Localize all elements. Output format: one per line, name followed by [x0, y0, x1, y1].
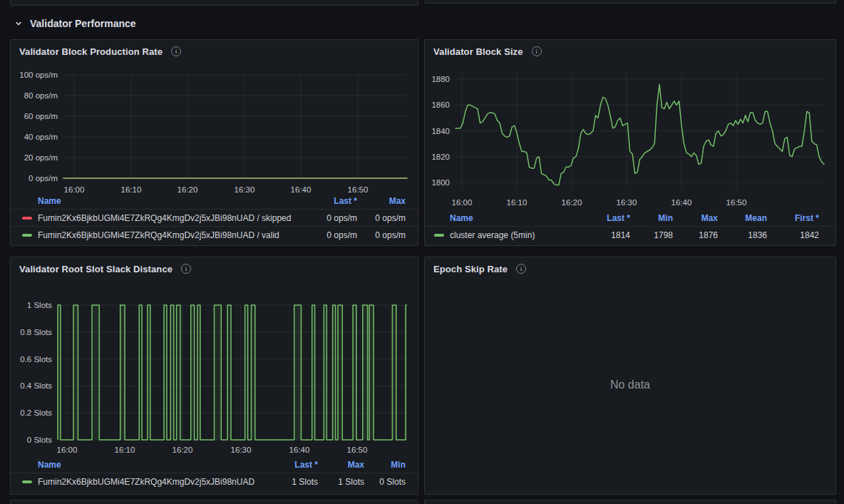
series-min: 1798: [630, 230, 673, 240]
svg-text:40 ops/m: 40 ops/m: [24, 133, 58, 141]
legend-header-name[interactable]: Name: [22, 460, 272, 470]
legend-header-min[interactable]: Min: [630, 213, 673, 223]
legend-header-last[interactable]: Last *: [272, 460, 318, 470]
series-max: 1876: [673, 230, 718, 240]
panel-block-size: Validator Block Size i 18801860184018201…: [424, 39, 836, 246]
svg-text:16:30: 16:30: [617, 198, 637, 207]
panel-title: Epoch Skip Rate: [433, 264, 508, 274]
legend-header-name[interactable]: Name: [22, 196, 309, 206]
legend-header-last[interactable]: Last *: [309, 196, 357, 206]
svg-text:16:50: 16:50: [347, 446, 368, 454]
svg-text:100 ops/m: 100 ops/m: [19, 71, 58, 79]
legend-header-name[interactable]: Name: [434, 213, 587, 223]
panel-title: Validator Root Slot Slack Distance: [19, 264, 173, 274]
partial-panel-bottom-right: [424, 500, 836, 504]
svg-text:16:20: 16:20: [562, 198, 582, 207]
block-size-chart[interactable]: 1880186018401820180016:0016:1016:2016:30…: [425, 40, 837, 212]
series-last: 0 ops/m: [309, 213, 357, 223]
svg-text:0.8 Slots: 0.8 Slots: [20, 328, 52, 336]
svg-text:16:20: 16:20: [173, 446, 193, 454]
svg-text:1880: 1880: [431, 75, 450, 83]
partial-panel-bottom-left: [10, 500, 418, 504]
series-last: 0 ops/m: [309, 230, 357, 240]
partial-panel-top-right: [424, 0, 836, 4]
legend-header-max[interactable]: Max: [357, 196, 406, 206]
svg-text:16:10: 16:10: [507, 198, 528, 207]
svg-text:16:10: 16:10: [115, 446, 135, 454]
series-swatch-green: [22, 480, 32, 483]
legend-header-first[interactable]: First *: [767, 213, 819, 223]
legend: Name Last * Min Max Mean First * cluster…: [425, 210, 835, 243]
svg-text:1 Slots: 1 Slots: [27, 301, 52, 309]
legend-header-max[interactable]: Max: [673, 213, 718, 223]
svg-text:1860: 1860: [431, 101, 450, 109]
series-last: 1 Slots: [272, 477, 318, 487]
svg-text:16:40: 16:40: [289, 446, 310, 454]
panel-header[interactable]: Epoch Skip Rate i: [425, 257, 835, 280]
legend-row: Fumin2Kx6BjkbUGMi4E7ZkRQg4KmgDv2j5xJBi98…: [11, 473, 418, 490]
chevron-down-icon: [14, 19, 23, 28]
legend-row: cluster average (5min) 1814 1798 1876 18…: [425, 226, 835, 243]
legend-header-last[interactable]: Last *: [587, 213, 630, 223]
series-swatch-red: [22, 217, 32, 220]
panel-slack-distance: Validator Root Slot Slack Distance i 1 S…: [10, 257, 418, 495]
row-title: Validator Performance: [30, 18, 136, 29]
series-swatch-green: [22, 234, 32, 237]
svg-text:60 ops/m: 60 ops/m: [24, 112, 58, 120]
series-name[interactable]: cluster average (5min): [434, 230, 587, 240]
legend-row: Fumin2Kx6BjkbUGMi4E7ZkRQg4KmgDv2j5xJBi98…: [11, 226, 418, 243]
series-name[interactable]: Fumin2Kx6BjkbUGMi4E7ZkRQg4KmgDv2j5xJBi98…: [22, 213, 309, 223]
panel-header[interactable]: Validator Root Slot Slack Distance i: [11, 257, 418, 280]
series-max: 0 ops/m: [357, 230, 406, 240]
series-swatch-green: [434, 234, 444, 237]
series-min: 0 Slots: [364, 477, 406, 487]
legend: Name Last * Max Fumin2Kx6BjkbUGMi4E7ZkRQ…: [11, 193, 418, 243]
svg-text:0 ops/m: 0 ops/m: [29, 174, 58, 182]
legend-header-mean[interactable]: Mean: [718, 213, 767, 223]
legend-row: Fumin2Kx6BjkbUGMi4E7ZkRQg4KmgDv2j5xJBi98…: [11, 209, 418, 226]
info-icon[interactable]: i: [516, 264, 526, 274]
legend-header-max[interactable]: Max: [318, 460, 364, 470]
svg-text:16:00: 16:00: [452, 198, 473, 207]
panel-block-production-rate: Validator Block Production Rate i 100 op…: [10, 39, 418, 246]
legend: Name Last * Max Min Fumin2Kx6BjkbUGMi4E7…: [11, 457, 418, 490]
panel-title: Validator Block Size: [433, 46, 523, 57]
legend-header-min[interactable]: Min: [364, 460, 406, 470]
panel-title: Validator Block Production Rate: [19, 46, 163, 57]
svg-text:16:50: 16:50: [726, 198, 747, 207]
block-production-chart[interactable]: 100 ops/m80 ops/m60 ops/m40 ops/m20 ops/…: [11, 40, 419, 204]
panel-header[interactable]: Validator Block Size i: [425, 40, 835, 63]
series-name[interactable]: Fumin2Kx6BjkbUGMi4E7ZkRQg4KmgDv2j5xJBi98…: [22, 230, 309, 240]
svg-text:0 Slots: 0 Slots: [27, 436, 52, 444]
svg-text:16:00: 16:00: [57, 446, 78, 454]
series-max: 1 Slots: [318, 477, 364, 487]
info-icon[interactable]: i: [532, 46, 542, 56]
svg-text:1800: 1800: [431, 178, 450, 187]
svg-text:0.6 Slots: 0.6 Slots: [20, 355, 52, 364]
info-icon[interactable]: i: [181, 264, 191, 274]
series-last: 1814: [587, 230, 630, 240]
partial-panel-top-left: [10, 0, 418, 6]
series-first: 1842: [767, 230, 819, 240]
svg-text:16:40: 16:40: [671, 198, 692, 207]
slack-distance-chart[interactable]: 1 Slots0.8 Slots0.6 Slots0.4 Slots0.2 Sl…: [11, 257, 419, 458]
svg-text:1820: 1820: [431, 153, 450, 161]
no-data-message: No data: [425, 379, 835, 391]
svg-text:20 ops/m: 20 ops/m: [24, 153, 58, 162]
svg-text:0.4 Slots: 0.4 Slots: [20, 381, 52, 390]
series-name[interactable]: Fumin2Kx6BjkbUGMi4E7ZkRQg4KmgDv2j5xJBi98…: [22, 477, 272, 487]
series-max: 0 ops/m: [357, 213, 406, 223]
svg-text:1840: 1840: [431, 127, 450, 135]
svg-text:0.2 Slots: 0.2 Slots: [20, 408, 52, 417]
svg-text:80 ops/m: 80 ops/m: [24, 91, 58, 100]
panel-epoch-skip-rate: Epoch Skip Rate i No data: [424, 257, 836, 495]
info-icon[interactable]: i: [171, 46, 181, 56]
series-mean: 1836: [718, 230, 767, 240]
svg-text:16:30: 16:30: [231, 446, 252, 454]
row-header-validator-performance[interactable]: Validator Performance: [14, 16, 136, 31]
panel-header[interactable]: Validator Block Production Rate i: [11, 40, 418, 63]
